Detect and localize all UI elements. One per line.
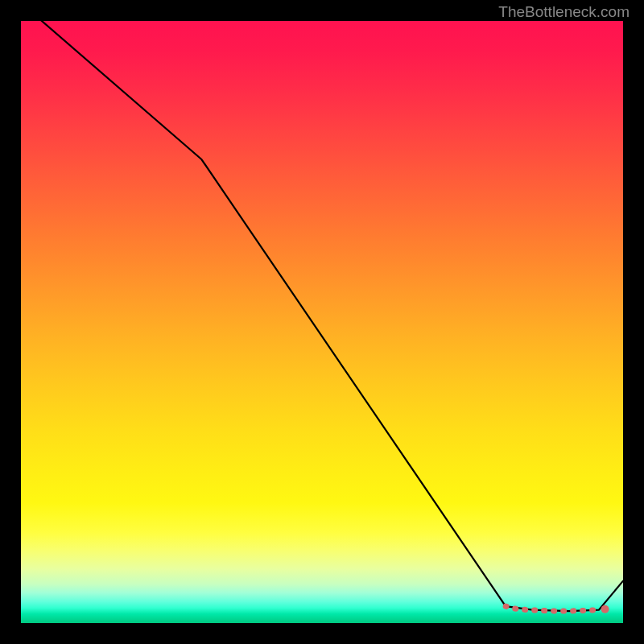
- bottleneck-curve-line: [21, 21, 623, 611]
- plot-area: [21, 21, 623, 623]
- chart-svg: [21, 21, 623, 623]
- watermark-text: TheBottleneck.com: [498, 3, 630, 21]
- highlight-end-dot: [601, 605, 609, 613]
